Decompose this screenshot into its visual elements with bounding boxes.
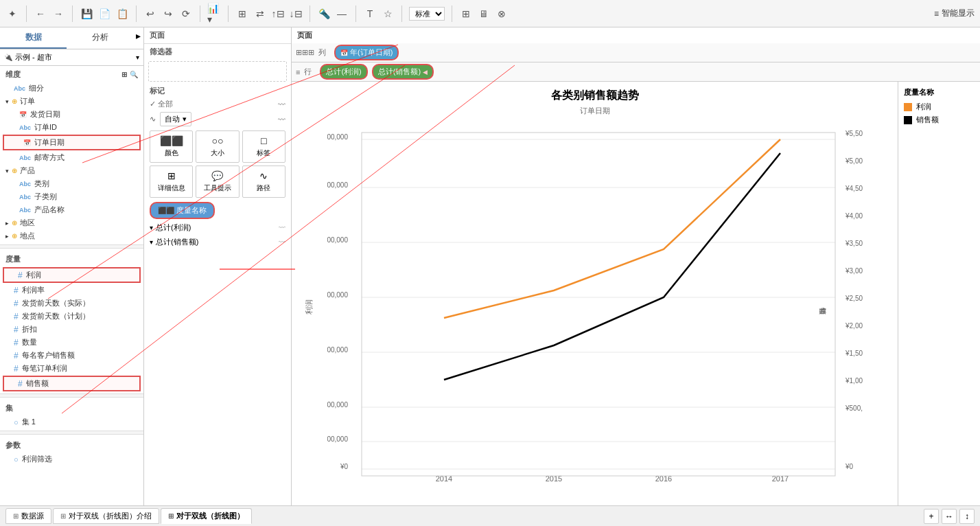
field-利润筛选[interactable]: ○ 利润筛选 bbox=[0, 453, 143, 466]
new-button[interactable]: 📄 bbox=[97, 7, 111, 21]
dimensions-header: 维度 ⊞ 🔍 bbox=[0, 66, 143, 82]
label-mark-btn[interactable]: □ 标签 bbox=[242, 130, 285, 163]
field-name: 发货前天数（实际） bbox=[22, 298, 90, 308]
total-sales-label: 总计(销售额) bbox=[156, 237, 198, 247]
measure-names-pill[interactable]: ⬛⬛ 度量名称 bbox=[150, 202, 215, 219]
hierarchy-icon: ⊕ bbox=[12, 167, 17, 174]
text-button[interactable]: T bbox=[363, 7, 377, 21]
monitor-button[interactable]: 🖥 bbox=[477, 7, 491, 21]
total-profit-item[interactable]: ▾ 总计(利润) 〰 bbox=[144, 220, 291, 235]
field-销售额[interactable]: # 销售额 bbox=[3, 376, 141, 391]
sort-desc-button[interactable]: ↓⊟ bbox=[289, 7, 303, 21]
path-mark-btn[interactable]: ∿ 路径 bbox=[242, 165, 285, 198]
field-数量[interactable]: # 数量 bbox=[0, 336, 143, 349]
sort-asc-button[interactable]: ↑⊟ bbox=[271, 7, 285, 21]
group-地点[interactable]: ▸ ⊕ 地点 bbox=[0, 229, 143, 242]
tab-datasource[interactable]: ⊞ 数据源 bbox=[5, 508, 51, 524]
group-地区[interactable]: ▸ ⊕ 地区 bbox=[0, 216, 143, 229]
tab-chart[interactable]: ⊞ 对于双线（折线图） bbox=[161, 508, 252, 524]
path-icon: ∿ bbox=[259, 170, 268, 181]
rows-button[interactable]: ⊞ bbox=[235, 7, 249, 21]
standard-select[interactable]: 标准 bbox=[409, 7, 445, 21]
field-订单日期[interactable]: 📅 订单日期 bbox=[3, 135, 141, 150]
label-icon: □ bbox=[261, 135, 266, 146]
tab-analysis[interactable]: 分析 bbox=[67, 27, 133, 49]
marks-type-dropdown[interactable]: 自动 ▾ bbox=[160, 112, 191, 126]
measures-label: 度量 bbox=[5, 254, 21, 264]
swap-sheets-btn[interactable]: ↔ bbox=[942, 509, 957, 524]
field-集1[interactable]: ○ 集 1 bbox=[0, 415, 143, 428]
chevron-down-icon: ▾ bbox=[150, 224, 153, 231]
duplicate-button[interactable]: 📋 bbox=[115, 7, 129, 21]
color-mark-btn[interactable]: ⬛⬛ 颜色 bbox=[150, 130, 193, 163]
marks-auto-row: ∿ 自动 ▾ 〰 bbox=[144, 111, 291, 128]
field-name: 销售额 bbox=[26, 378, 49, 389]
annotation-button[interactable]: — bbox=[335, 7, 349, 21]
svg-text:¥0: ¥0 bbox=[845, 463, 854, 470]
tab-data[interactable]: 数据 bbox=[0, 27, 67, 49]
detail-mark-btn[interactable]: ⊞ 详细信息 bbox=[150, 165, 193, 198]
separator-1 bbox=[26, 5, 27, 22]
measure-names-label: 度量名称 bbox=[176, 205, 207, 216]
field-type-icon: Abc bbox=[14, 85, 25, 92]
field-折扣[interactable]: # 折扣 bbox=[0, 323, 143, 336]
tooltip-mark-btn[interactable]: 💬 工具提示 bbox=[196, 165, 239, 198]
undo-button[interactable]: ↩ bbox=[143, 7, 157, 21]
field-type-icon: Abc bbox=[19, 124, 31, 131]
chart-tab-label: 对于双线（折线图） bbox=[176, 511, 244, 521]
field-name: 利润筛选 bbox=[22, 454, 52, 464]
dimensions-search-icon[interactable]: 🔍 bbox=[130, 71, 138, 78]
field-type-icon: # bbox=[14, 325, 19, 334]
column-pill-年订单日期[interactable]: 📅 年(订单日期) bbox=[334, 45, 399, 60]
row-pill-总计销售额[interactable]: 总计(销售额) ◀ bbox=[372, 64, 434, 80]
field-name: 订单ID bbox=[34, 122, 57, 133]
save-button[interactable]: 💾 bbox=[80, 7, 93, 21]
star-button[interactable]: ☆ bbox=[381, 7, 395, 21]
swap-button[interactable]: ⇄ bbox=[253, 7, 267, 21]
measure-names-pill-icon: ⬛⬛ bbox=[158, 207, 174, 214]
marks-label: 标记 bbox=[144, 83, 291, 98]
field-订单ID[interactable]: Abc 订单ID bbox=[0, 121, 143, 134]
group-产品[interactable]: ▾ ⊕ 产品 bbox=[0, 164, 143, 177]
expand-icon[interactable]: ▸ bbox=[133, 27, 143, 49]
field-邮寄方式[interactable]: Abc 邮寄方式 bbox=[0, 151, 143, 164]
set-icon: ○ bbox=[14, 418, 19, 426]
size-mark-btn[interactable]: ○○ 大小 bbox=[196, 130, 239, 163]
datasource-dropdown-icon[interactable]: ▾ bbox=[136, 54, 139, 61]
redo-button[interactable]: ↪ bbox=[161, 7, 175, 21]
group-订单[interactable]: ▾ ⊕ 订单 bbox=[0, 95, 143, 108]
svg-text:¥700,000: ¥700,000 bbox=[327, 133, 348, 141]
tab-intro[interactable]: ⊞ 对于双线（折线图）介绍 bbox=[53, 508, 159, 524]
expand-sheets-btn[interactable]: ↕ bbox=[959, 509, 975, 524]
nav-back-button[interactable]: ← bbox=[34, 7, 47, 21]
dimensions-grid-icon[interactable]: ⊞ bbox=[121, 71, 127, 78]
marks-type-label: 自动 bbox=[165, 114, 180, 124]
add-sheet-btn[interactable]: + bbox=[924, 509, 939, 524]
share-button[interactable]: ⊗ bbox=[495, 7, 509, 21]
row-pill-总计利润[interactable]: 总计(利润) bbox=[320, 64, 367, 80]
total-sales-item[interactable]: ▾ 总计(销售额) 〰 bbox=[144, 235, 291, 249]
field-发货日期[interactable]: 📅 发货日期 bbox=[0, 108, 143, 121]
field-类别[interactable]: Abc 类别 bbox=[0, 177, 143, 190]
field-item-細分[interactable]: Abc 细分 bbox=[0, 82, 143, 95]
filters-label: 筛选器 bbox=[144, 44, 291, 60]
sets-header: 集 bbox=[0, 400, 143, 415]
field-利润率[interactable]: # 利润率 bbox=[0, 284, 143, 297]
field-每笔订单利润[interactable]: # 每笔订单利润 bbox=[0, 362, 143, 375]
highlight-button[interactable]: 🔦 bbox=[317, 7, 331, 21]
marks-wave-icon: 〰 bbox=[278, 100, 285, 108]
field-发货前天数实际[interactable]: # 发货前天数（实际） bbox=[0, 297, 143, 310]
chart-type-button[interactable]: 📊▾ bbox=[207, 7, 221, 21]
field-子类别[interactable]: Abc 子类别 bbox=[0, 190, 143, 203]
group-name: 地点 bbox=[20, 231, 35, 241]
datasource-tab-icon: ⊞ bbox=[13, 512, 19, 520]
field-产品名称[interactable]: Abc 产品名称 bbox=[0, 203, 143, 216]
field-发货前天数计划[interactable]: # 发货前天数（计划） bbox=[0, 310, 143, 323]
nav-forward-button[interactable]: → bbox=[51, 7, 65, 21]
grid-button[interactable]: ⊞ bbox=[459, 7, 473, 21]
refresh-button[interactable]: ⟳ bbox=[179, 7, 193, 21]
field-每名客户销售额[interactable]: # 每名客户销售额 bbox=[0, 349, 143, 362]
field-利润[interactable]: # 利润 bbox=[3, 267, 141, 283]
rows-label: 行 bbox=[304, 67, 312, 77]
smart-display[interactable]: ≡ 智能显示 bbox=[934, 8, 975, 19]
